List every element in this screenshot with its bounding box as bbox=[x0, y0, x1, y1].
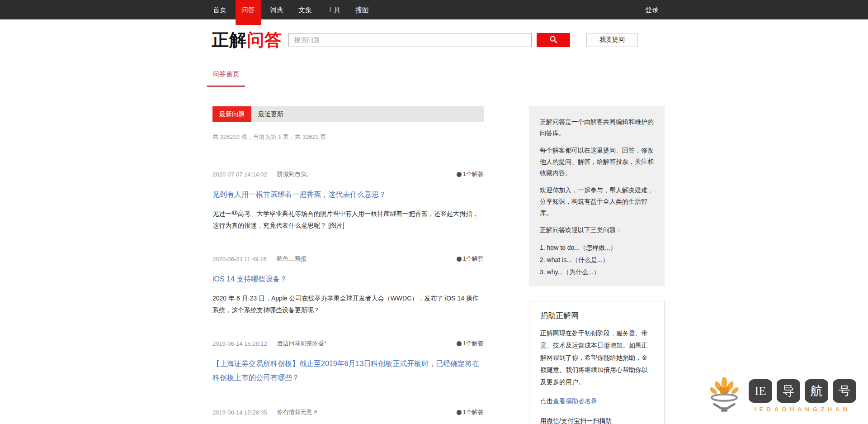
answer-dot-icon bbox=[457, 257, 462, 262]
top-navbar-inner: 首页 问答 词典 文集 工具 搜图 登录 bbox=[207, 0, 665, 19]
question-type-item: 2. what is...（什么是...） bbox=[540, 254, 654, 266]
subnav-item-qa-home[interactable]: 问答首页 bbox=[207, 60, 245, 87]
donor-list-link[interactable]: 查看捐助者名录 bbox=[553, 397, 597, 405]
about-paragraph: 正解问答是一个由解客共同编辑和维护的问答库。 bbox=[540, 116, 654, 139]
watermark-stamp: 航 bbox=[805, 379, 828, 403]
answer-count-label: 1个解答 bbox=[463, 170, 484, 178]
nav-item-tools[interactable]: 工具 bbox=[321, 0, 346, 19]
torch-handshake-icon bbox=[706, 375, 742, 417]
watermark-subtitle: IEDAOHANGZHAN bbox=[754, 406, 850, 413]
question-item: 2020-06-23 11:49:16 藍色....飛揚 1个解答 iOS 14… bbox=[212, 255, 484, 316]
question-date: 2020-07-07 14:14:02 bbox=[212, 171, 267, 178]
donate-title: 捐助正解网 bbox=[540, 310, 653, 321]
about-paragraph: 正解问答欢迎以下三类问题： bbox=[540, 224, 654, 236]
watermark-stamp: IE bbox=[749, 379, 772, 403]
question-item: 2019-06-14 15:28:12 唇边回味奶茶浓香* 1个解答 【上海证券… bbox=[212, 339, 484, 385]
question-title-link[interactable]: iOS 14 支持哪些设备？ bbox=[212, 272, 484, 286]
question-author[interactable]: 藍色....飛揚 bbox=[277, 255, 307, 263]
donate-scan-hint: 用微信/支付宝扫一扫捐助 bbox=[540, 417, 653, 424]
question-date: 2020-06-23 11:49:16 bbox=[212, 256, 267, 262]
answer-count-badge: 1个解答 bbox=[457, 339, 484, 348]
question-item: 2020-07-07 14:14:02 骄傲到自负。 1个解答 见到有人用一根甘… bbox=[212, 170, 484, 231]
question-list-column: 最新问题 最近更新 共 326210 项，当前为第 1 页，共 32621 页 … bbox=[212, 106, 484, 424]
question-author[interactable]: 骄傲到自负。 bbox=[277, 170, 312, 178]
logo-text-red: 问答 bbox=[247, 30, 282, 49]
search-button[interactable] bbox=[537, 33, 570, 47]
donate-body: 正解网现在处于初创阶段，服务器、带宽、技术及运营成本日渐增加。如果正解网帮到了你… bbox=[540, 327, 653, 388]
question-title-link[interactable]: 见到有人用一根甘蔗绑着一把香蕉，这代表什么意思？ bbox=[212, 187, 484, 201]
question-type-item: 1. how to do...（怎样做...） bbox=[540, 242, 654, 254]
about-paragraph: 欢迎你加入，一起参与，帮人解决疑难，分享知识，构筑有益于全人类的生活智库。 bbox=[540, 185, 654, 219]
question-excerpt: 见过一些高考、大学毕业典礼等场合的照片当中有人用一根甘蔗绑着一把香蕉，还竖起大拇… bbox=[212, 208, 484, 231]
question-type-item: 3. why...（为什么...） bbox=[540, 266, 654, 278]
question-date: 2019-06-14 15:28:05 bbox=[212, 409, 267, 416]
answer-count-label: 1个解答 bbox=[463, 339, 484, 348]
tab-latest-questions[interactable]: 最新问题 bbox=[212, 106, 251, 122]
answer-count-badge: 1个解答 bbox=[457, 255, 484, 263]
ask-question-button[interactable]: 我要提问 bbox=[586, 33, 638, 47]
nav-item-image-search[interactable]: 搜图 bbox=[349, 0, 375, 19]
about-box: 正解问答是一个由解客共同编辑和维护的问答库。 每个解客都可以在这里提问、回答，修… bbox=[529, 106, 665, 286]
nav-item-collection[interactable]: 文集 bbox=[292, 0, 318, 19]
logo-text-black: 正解 bbox=[212, 30, 247, 49]
answer-dot-icon bbox=[457, 172, 462, 177]
pagination-summary: 共 326210 项，当前为第 1 页，共 32621 页 bbox=[212, 133, 484, 141]
search-input[interactable] bbox=[288, 33, 532, 47]
site-header: 正解问答 我要提问 bbox=[0, 19, 868, 60]
question-title-link[interactable]: 【上海证券交易所科创板】截止至2019年6月13日科创板正式开板时，已经确定将在… bbox=[212, 357, 484, 385]
sub-navbar: 问答首页 bbox=[0, 60, 868, 87]
sidebar: 正解问答是一个由解客共同编辑和维护的问答库。 每个解客都可以在这里提问、回答，修… bbox=[529, 106, 665, 424]
about-paragraph: 每个解客都可以在这里提问、回答，修改他人的提问、解答，给解答投票，关注和收藏内容… bbox=[540, 145, 654, 179]
tab-recent-updates[interactable]: 最近更新 bbox=[251, 106, 290, 122]
answer-count-label: 1个解答 bbox=[463, 255, 484, 263]
list-tabbar: 最新问题 最近更新 bbox=[212, 106, 484, 122]
question-list: 2020-07-07 14:14:02 骄傲到自负。 1个解答 见到有人用一根甘… bbox=[212, 170, 484, 416]
watermark-stamp: 号 bbox=[833, 379, 856, 403]
nav-item-qa[interactable]: 问答 bbox=[236, 0, 261, 25]
answer-count-badge: 1个解答 bbox=[457, 170, 484, 178]
magnifier-icon bbox=[549, 35, 557, 45]
answer-dot-icon bbox=[457, 341, 462, 346]
donate-box: 捐助正解网 正解网现在处于初创阶段，服务器、带宽、技术及运营成本日渐增加。如果正… bbox=[529, 301, 665, 424]
login-link[interactable]: 登录 bbox=[639, 0, 665, 19]
question-type-list: 1. how to do...（怎样做...） 2. what is...（什么… bbox=[540, 242, 654, 278]
top-navbar: 首页 问答 词典 文集 工具 搜图 登录 bbox=[0, 0, 868, 19]
site-logo[interactable]: 正解问答 bbox=[212, 29, 288, 52]
question-author[interactable]: 你有情我无意 # bbox=[277, 408, 317, 416]
answer-dot-icon bbox=[457, 410, 462, 415]
question-item: 2019-06-14 15:28:05 你有情我无意 # 1个解答 bbox=[212, 408, 484, 416]
nav-item-dictionary[interactable]: 词典 bbox=[264, 0, 289, 19]
question-author[interactable]: 唇边回味奶茶浓香* bbox=[277, 339, 326, 348]
question-excerpt: 2020 年 6 月 23 日，Apple 公司在线举办苹果全球开发者大会（WW… bbox=[212, 292, 484, 316]
nav-item-home[interactable]: 首页 bbox=[207, 0, 232, 19]
watermark-stamp: 导 bbox=[777, 379, 800, 403]
content-area: 最新问题 最近更新 共 326210 项，当前为第 1 页，共 32621 页 … bbox=[212, 106, 665, 424]
answer-count-badge: 1个解答 bbox=[457, 408, 484, 416]
watermark-stamps: IE 导 航 号 bbox=[749, 379, 856, 403]
question-date: 2019-06-14 15:28:12 bbox=[212, 340, 267, 347]
watermark-logo: IE 导 航 号 IEDAOHANGZHAN bbox=[706, 375, 856, 417]
donate-link-prefix: 点击 bbox=[540, 397, 553, 405]
answer-count-label: 1个解答 bbox=[463, 408, 484, 416]
